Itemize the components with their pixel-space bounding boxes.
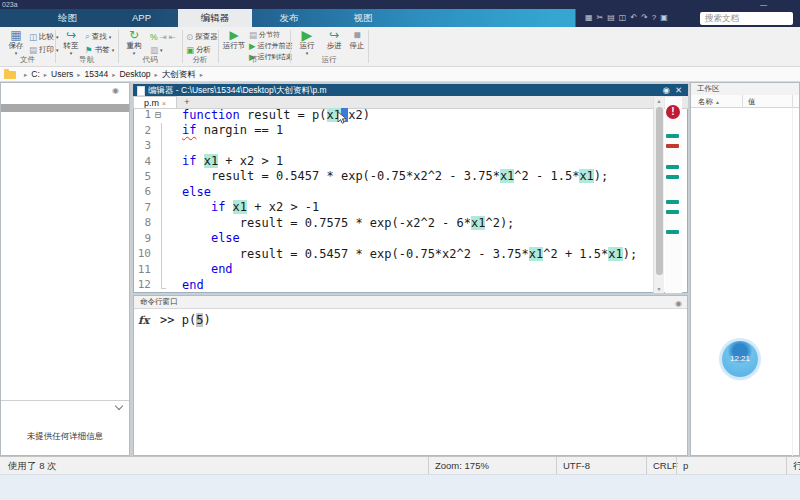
group-label-code: 代码 <box>118 55 182 65</box>
error-badge[interactable]: ! <box>666 105 680 119</box>
matlab-window: 023a — 绘图 APP 编辑器 发布 视图 ▦ ✂ ▤ ◫ ↶ ↷ ? ▣ … <box>0 0 800 500</box>
editor-title-bar[interactable]: 编辑器 - C:\Users\15344\Desktop\大创资料\p.m ◉ … <box>133 84 688 96</box>
goto-button[interactable]: ↪ 转至▾ <box>58 29 84 55</box>
code-line[interactable]: 7 if x1 + x2 > -1 <box>134 200 651 215</box>
code-line[interactable]: 11 end <box>134 261 651 276</box>
code-format-buttons[interactable]: % ⇥ ⇤ <box>150 31 176 42</box>
command-input-selected[interactable]: 5 <box>196 313 203 327</box>
mouse-cursor <box>337 111 347 129</box>
analyzer-mark[interactable] <box>666 175 679 179</box>
group-label-file: 文件 <box>0 55 55 65</box>
code-line[interactable]: 1⊟function result = p(x1,x2) <box>134 107 651 122</box>
find-button[interactable]: ⌕查找▾ <box>85 31 111 42</box>
status-line-label: 行 <box>786 457 800 474</box>
breadcrumb-item[interactable]: Users <box>51 69 73 79</box>
analyzer-mark[interactable] <box>666 144 679 148</box>
profiler-button[interactable]: ⊙探查器 <box>186 31 218 42</box>
column-header-name[interactable]: 名称 ▲ <box>698 95 720 109</box>
code-line[interactable]: 3 <box>134 138 651 153</box>
workspace-panel: 工作区 名称 ▲ 值 <box>690 82 800 456</box>
group-label-section: 节 <box>218 55 290 65</box>
breadcrumb-item[interactable]: Desktop <box>119 69 150 79</box>
save-button[interactable]: ▦ 保存▾ <box>3 29 29 55</box>
breadcrumb-item[interactable]: C: <box>31 69 40 79</box>
breadcrumb[interactable]: ▸C:▸Users▸15344▸Desktop▸大创资料▸ <box>20 67 207 81</box>
selected-file-row[interactable] <box>1 104 129 112</box>
breadcrumb-item[interactable]: 15344 <box>85 69 109 79</box>
qat-layout-icon[interactable]: ▣ <box>660 11 668 25</box>
code-line[interactable]: 9 else <box>134 231 651 246</box>
stop-button[interactable]: ■ 停止 <box>346 29 368 51</box>
panel-menu-icon[interactable]: ◉ <box>675 298 682 310</box>
status-zoom[interactable]: Zoom: 175% <box>428 457 562 474</box>
fold-guide-line <box>161 123 162 288</box>
analyze-button[interactable]: ▣分析 <box>186 44 211 55</box>
fold-guide-corner <box>161 288 166 289</box>
editor-panel: 编辑器 - C:\Users\15344\Desktop\大创资料\p.m ◉ … <box>133 84 688 293</box>
run-button[interactable]: ▶ 运行▾ <box>294 29 320 55</box>
section-break-button[interactable]: ▤分节符 <box>249 29 280 40</box>
command-input-post[interactable]: ) <box>203 313 210 327</box>
code-line[interactable]: 4if x1 + x2 > 1 <box>134 153 651 168</box>
run-advance-button[interactable]: ▶运行并前进 <box>249 40 293 51</box>
group-label-analyze: 分析 <box>182 55 218 65</box>
chevron-down-icon[interactable] <box>115 402 123 410</box>
analyzer-mark[interactable] <box>666 134 679 138</box>
code-line[interactable]: 12end <box>134 277 651 292</box>
group-label-nav: 导航 <box>55 55 118 65</box>
code-lines[interactable]: 1⊟function result = p(x1,x2)2if nargin =… <box>134 107 651 293</box>
status-encoding[interactable]: UTF-8 <box>556 457 652 474</box>
scroll-down-icon[interactable]: ▼ <box>654 286 664 292</box>
analyzer-mark[interactable] <box>666 165 679 169</box>
floating-timer-widget[interactable]: 12:21 <box>722 341 758 377</box>
command-window-header[interactable]: 命令行窗口 ◉ <box>134 296 687 309</box>
code-line[interactable]: 6else <box>134 184 651 199</box>
qat-save-icon[interactable]: ▦ <box>585 11 593 25</box>
tab-close-icon[interactable]: × <box>162 100 166 107</box>
code-line[interactable]: 2if nargin == 1 <box>134 122 651 137</box>
editor-menu-icon[interactable]: ◉ <box>663 84 670 96</box>
tab-plots[interactable]: 绘图 <box>30 9 105 27</box>
command-input-pre[interactable]: p( <box>182 313 196 327</box>
column-header-value[interactable]: 值 <box>748 95 756 108</box>
tab-view[interactable]: 视图 <box>326 9 400 27</box>
tab-publish[interactable]: 发布 <box>252 9 326 27</box>
minimize-icon[interactable]: — <box>760 0 767 9</box>
column-divider <box>742 95 743 108</box>
qat-paste-icon[interactable]: ◫ <box>619 11 627 25</box>
panel-menu-icon[interactable]: ◉ <box>112 86 119 95</box>
qat-cut-icon[interactable]: ✂ <box>597 11 604 25</box>
code-line[interactable]: 10 result = 0.5457 * exp(-0.75*x2^2 - 3.… <box>134 246 651 261</box>
scroll-up-icon[interactable]: ▲ <box>654 98 664 104</box>
code-line[interactable]: 5 result = 0.5457 * exp(-0.75*x2^2 - 3.7… <box>134 169 651 184</box>
qat-copy-icon[interactable]: ▤ <box>607 11 615 25</box>
code-insert-buttons[interactable]: ▥▾ <box>150 44 163 55</box>
command-prompt-line[interactable]: fx >> p( 5 ) <box>138 312 211 328</box>
tab-apps[interactable]: APP <box>105 9 178 27</box>
doc-search-input[interactable]: 搜索文档 <box>700 12 793 25</box>
command-window: 命令行窗口 ◉ fx >> p( 5 ) <box>133 295 688 456</box>
scrollbar-thumb[interactable] <box>656 107 663 275</box>
tab-editor[interactable]: 编辑器 <box>178 9 252 27</box>
window-title-bar: 023a — <box>0 0 800 9</box>
qat-redo-icon[interactable]: ↷ <box>641 11 648 25</box>
breadcrumb-item[interactable]: 大创资料 <box>162 69 196 79</box>
analyze-icon: ▣ <box>186 45 194 55</box>
step-button[interactable]: ↪ 步进 <box>321 29 347 51</box>
editor-scrollbar[interactable]: ▲ ▼ <box>653 97 664 293</box>
refactor-button[interactable]: ↻ 重构▾ <box>121 29 147 55</box>
editor-close-icon[interactable]: ✕ <box>675 84 682 96</box>
analyzer-mark[interactable] <box>666 230 679 234</box>
analyzer-mark[interactable] <box>666 210 679 214</box>
window-title-text: 023a <box>2 0 18 9</box>
quick-access-toolbar: ▦ ✂ ▤ ◫ ↶ ↷ ? ▣ <box>585 11 668 25</box>
run-section-button[interactable]: ▶ 运行节 <box>221 29 247 51</box>
bookmark-button[interactable]: ⚑书签▾ <box>85 44 114 55</box>
code-line[interactable]: 8 result = 0.7575 * exp(-x2^2 - 6*x1^2); <box>134 215 651 230</box>
folder-icon <box>4 71 16 79</box>
analyzer-mark[interactable] <box>666 200 679 204</box>
qat-undo-icon[interactable]: ↶ <box>630 11 637 25</box>
qat-help-icon[interactable]: ? <box>652 11 656 25</box>
indicator-column[interactable]: ! <box>665 97 682 293</box>
column-divider <box>792 95 793 108</box>
